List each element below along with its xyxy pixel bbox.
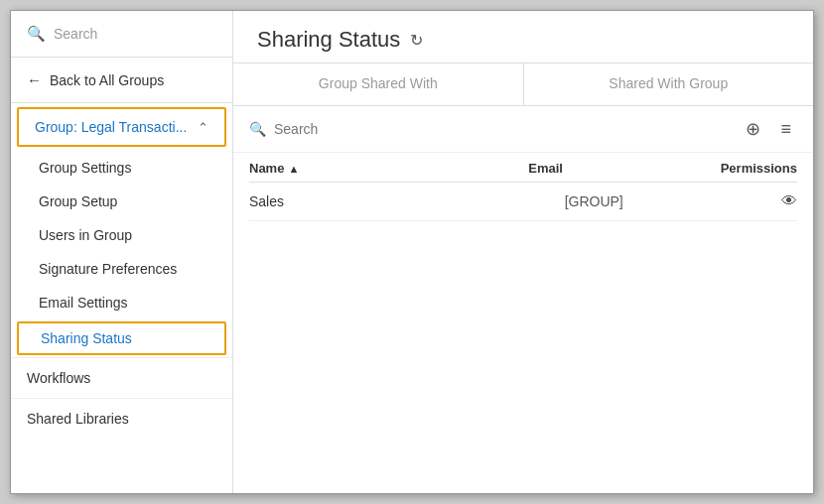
sidebar-item-group-setup[interactable]: Group Setup xyxy=(11,185,232,218)
sidebar-search-bar[interactable]: 🔍 Search xyxy=(11,11,232,58)
app-window: 🔍 Search ← Back to All Groups Group: Leg… xyxy=(10,10,814,494)
tabs-row: Group Shared With Shared With Group xyxy=(233,63,813,106)
search-toolbar: 🔍 ⊕ ≡ xyxy=(233,106,813,153)
group-title: Group: Legal Transacti... xyxy=(35,119,187,135)
table-row: Sales [GROUP] 👁 xyxy=(249,183,797,221)
main-header: Sharing Status ↻ xyxy=(233,11,813,63)
sidebar-item-users-in-group[interactable]: Users in Group xyxy=(11,218,232,252)
sidebar: 🔍 Search ← Back to All Groups Group: Leg… xyxy=(11,11,233,493)
column-header-email[interactable]: Email xyxy=(528,161,720,176)
main-content: Sharing Status ↻ Group Shared With Share… xyxy=(233,11,813,493)
sidebar-item-email-settings[interactable]: Email Settings xyxy=(11,286,232,319)
cell-email: [GROUP] xyxy=(565,193,781,209)
back-arrow-icon: ← xyxy=(27,71,42,88)
tab-shared-with-group[interactable]: Shared With Group xyxy=(524,63,814,105)
search-icon: 🔍 xyxy=(27,25,46,43)
page-title: Sharing Status xyxy=(257,27,400,53)
sidebar-search-label: Search xyxy=(54,26,97,42)
back-to-groups-label: Back to All Groups xyxy=(50,72,164,88)
eye-icon[interactable]: 👁 xyxy=(781,192,797,209)
sort-asc-icon: ▲ xyxy=(288,163,299,175)
table-area: Name ▲ Email Permissions Sales [GROUP] 👁 xyxy=(233,153,813,493)
sidebar-item-workflows[interactable]: Workflows xyxy=(11,357,232,398)
cell-name: Sales xyxy=(249,193,565,209)
sidebar-item-group-settings[interactable]: Group Settings xyxy=(11,151,232,185)
group-header[interactable]: Group: Legal Transacti... ⌃ xyxy=(17,107,226,147)
tab-group-shared-with[interactable]: Group Shared With xyxy=(233,63,523,105)
back-to-groups-button[interactable]: ← Back to All Groups xyxy=(11,58,232,103)
refresh-icon[interactable]: ↻ xyxy=(410,31,423,50)
chevron-up-icon: ⌃ xyxy=(198,120,208,135)
sidebar-item-shared-libraries[interactable]: Shared Libraries xyxy=(11,398,232,439)
search-input[interactable] xyxy=(274,121,732,137)
menu-button[interactable]: ≡ xyxy=(774,117,797,142)
sidebar-item-sharing-status[interactable]: Sharing Status xyxy=(17,321,226,355)
cell-permissions: 👁 xyxy=(781,192,797,210)
column-header-permissions[interactable]: Permissions xyxy=(721,161,797,176)
sidebar-sub-items: Group Settings Group Setup Users in Grou… xyxy=(11,151,232,357)
sidebar-item-signature-preferences[interactable]: Signature Preferences xyxy=(11,252,232,286)
search-toolbar-icon: 🔍 xyxy=(249,121,266,137)
table-header-row: Name ▲ Email Permissions xyxy=(249,153,797,183)
add-button[interactable]: ⊕ xyxy=(740,116,766,142)
column-header-name[interactable]: Name ▲ xyxy=(249,161,528,176)
